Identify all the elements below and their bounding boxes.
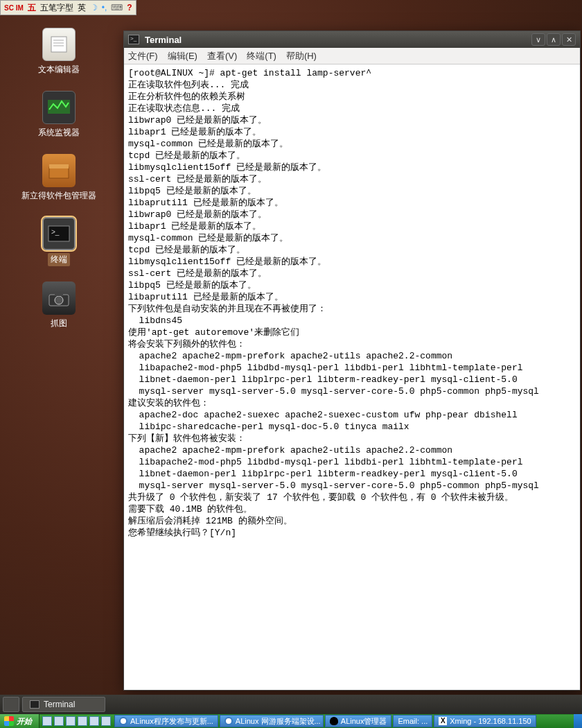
ql-icon[interactable] — [66, 716, 76, 726]
desktop-icon-terminal[interactable]: >_ 终端 — [14, 217, 104, 266]
window-terminal-icon — [128, 35, 139, 44]
maximize-button[interactable]: ∧ — [547, 33, 561, 46]
desktop-icon-text-editor[interactable]: 文本编辑器 — [14, 28, 104, 76]
icon-label: 文本编辑器 — [38, 64, 80, 76]
ql-icon[interactable] — [54, 716, 64, 726]
svg-rect-5 — [49, 167, 69, 178]
task-label: Email: ... — [398, 717, 427, 725]
ime-moon-icon[interactable]: ☽ — [90, 3, 98, 12]
desktop-icon-screenshot[interactable]: 抓图 — [14, 281, 104, 329]
close-button[interactable]: ✕ — [562, 33, 576, 46]
ql-icon[interactable] — [42, 716, 52, 726]
windows-taskbar: 开始 ALinux程序发布与更新... ALinux 网游服务端架设... AL… — [0, 714, 582, 728]
icon-label: 系统监视器 — [38, 127, 80, 139]
ime-toolbar[interactable]: SC IM 五 五笔字型 英 ☽ •, ⌨ ? — [0, 0, 136, 15]
ql-icon[interactable] — [78, 716, 87, 726]
menu-view[interactable]: 查看(V) — [207, 50, 237, 62]
icon-label: 抓图 — [51, 318, 67, 329]
task-terminal-icon — [30, 700, 39, 709]
menu-edit[interactable]: 编辑(E) — [168, 50, 197, 62]
svg-rect-6 — [49, 164, 69, 168]
terminal-window: Terminal ∨ ∧ ✕ 文件(F) 编辑(E) 查看(V) 终端(T) 帮… — [123, 31, 581, 691]
taskbar-task[interactable]: ALinux 网游服务端架设... — [220, 715, 324, 727]
desktop-icons: 文本编辑器 系统监视器 新立得软件包管理器 >_ 终端 抓图 — [14, 28, 104, 345]
svg-point-10 — [55, 296, 63, 304]
svg-rect-11 — [55, 292, 63, 296]
wubi-label: 五笔字型 — [40, 2, 73, 14]
minimize-button[interactable]: ∨ — [531, 33, 545, 46]
terminal-body[interactable]: [root@ALINUX ~]# apt-get install lamp-se… — [124, 64, 580, 690]
scim-icon[interactable]: SC IM — [4, 5, 24, 11]
ime-help-icon[interactable]: ? — [127, 3, 132, 12]
camera-icon — [42, 281, 76, 315]
monitor-icon — [42, 91, 76, 124]
menu-terminal[interactable]: 终端(T) — [247, 50, 276, 62]
system-tray[interactable] — [574, 714, 582, 728]
svg-text:>_: >_ — [51, 228, 60, 236]
ime-keyboard-icon[interactable]: ⌨ — [111, 3, 123, 12]
panel-task-terminal[interactable]: Terminal — [22, 697, 105, 712]
window-title: Terminal — [145, 35, 530, 45]
menu-file[interactable]: 文件(F) — [128, 50, 158, 62]
text-editor-icon — [42, 28, 76, 61]
task-label: ALinux程序发布与更新... — [130, 716, 213, 727]
taskbar-task[interactable]: XXming - 192.168.11.150 — [434, 715, 536, 727]
svg-rect-0 — [51, 37, 67, 52]
task-label: ALinux管理器 — [341, 716, 387, 727]
ie-icon — [224, 717, 233, 725]
task-label: Xming - 192.168.11.150 — [450, 717, 531, 725]
menu-help[interactable]: 帮助(H) — [286, 50, 317, 62]
ie-icon — [119, 717, 127, 725]
taskbar-task[interactable]: Email: ... — [393, 715, 432, 727]
taskbar-task[interactable]: ALinux管理器 — [325, 715, 392, 727]
ql-icon[interactable] — [101, 716, 111, 726]
show-desktop-button[interactable] — [3, 697, 19, 712]
terminal-icon: >_ — [42, 217, 76, 250]
wubi-icon[interactable]: 五 — [28, 2, 36, 14]
task-label: ALinux 网游服务端架设... — [236, 716, 321, 727]
gnome-panel: Terminal — [0, 695, 582, 714]
tux-icon — [330, 717, 338, 725]
ime-lang[interactable]: 英 — [78, 2, 86, 14]
task-label: Terminal — [44, 700, 75, 709]
desktop-icon-synaptic[interactable]: 新立得软件包管理器 — [14, 154, 104, 202]
taskbar-task[interactable]: ALinux程序发布与更新... — [114, 715, 218, 727]
titlebar[interactable]: Terminal ∨ ∧ ✕ — [124, 31, 580, 48]
icon-label: 新立得软件包管理器 — [21, 190, 96, 202]
icon-label: 终端 — [48, 253, 70, 266]
quick-launch — [39, 716, 114, 726]
xming-icon: X — [439, 717, 447, 725]
windows-flag-icon — [4, 716, 14, 726]
ime-comma-icon[interactable]: •, — [102, 3, 107, 12]
desktop-icon-system-monitor[interactable]: 系统监视器 — [14, 91, 104, 139]
start-label: 开始 — [17, 716, 32, 727]
ql-icon[interactable] — [89, 716, 99, 726]
menubar: 文件(F) 编辑(E) 查看(V) 终端(T) 帮助(H) — [124, 48, 580, 64]
package-icon — [42, 154, 76, 187]
start-button[interactable]: 开始 — [0, 714, 39, 728]
